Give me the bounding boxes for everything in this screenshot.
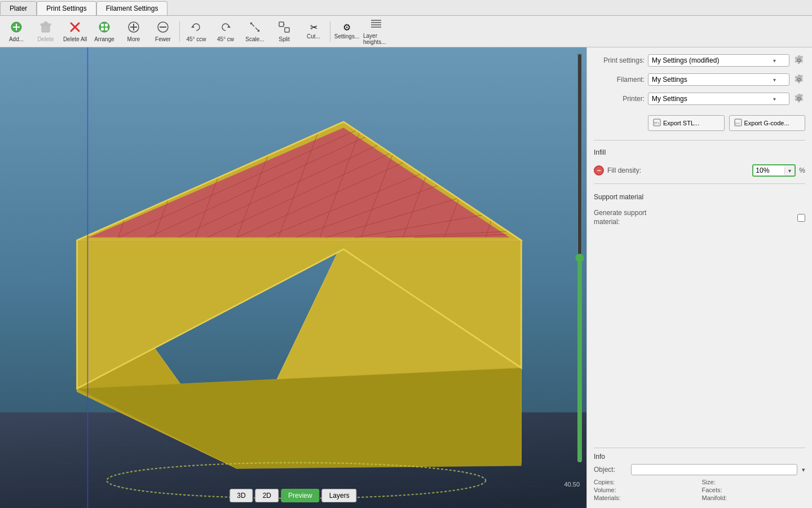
svg-rect-3 bbox=[42, 25, 50, 32]
delete-icon bbox=[39, 21, 52, 35]
infill-row: Fill density: ▾ % bbox=[594, 164, 805, 177]
export-gcode-icon: GCO bbox=[734, 119, 742, 128]
size-item: Size: bbox=[702, 479, 806, 485]
svg-rect-25 bbox=[285, 28, 289, 32]
svg-marker-18 bbox=[191, 25, 195, 28]
cut-button[interactable]: ✂ Cut... bbox=[299, 17, 328, 46]
size-key: Size: bbox=[702, 479, 716, 485]
layer-slider[interactable] bbox=[577, 53, 582, 463]
svg-text:STL: STL bbox=[654, 121, 659, 125]
delete-all-label: Delete All bbox=[63, 36, 87, 42]
copies-key: Copies: bbox=[594, 479, 615, 485]
export-gcode-button[interactable]: GCO Export G-code... bbox=[729, 115, 806, 131]
print-settings-gear-button[interactable] bbox=[793, 54, 805, 67]
export-stl-button[interactable]: STL Export STL... bbox=[648, 115, 725, 131]
view-2d-button[interactable]: 2D bbox=[255, 489, 279, 502]
generate-support-checkbox[interactable] bbox=[797, 214, 805, 222]
settings-label: Settings... bbox=[334, 33, 359, 40]
infill-section-title: Infill bbox=[594, 148, 805, 156]
viewport-svg bbox=[0, 47, 586, 508]
manifold-key: Manifold: bbox=[702, 494, 727, 501]
filament-gear-button[interactable] bbox=[793, 73, 805, 86]
more-icon bbox=[127, 21, 140, 35]
svg-rect-10 bbox=[105, 24, 108, 27]
scale-button[interactable]: Scale... bbox=[241, 17, 269, 46]
main-layout: 40.50 3D 2D Preview Layers Print setting… bbox=[0, 47, 812, 508]
divider-2 bbox=[594, 183, 805, 184]
print-settings-label: Print settings: bbox=[594, 56, 645, 64]
right-panel: Print settings: My Settings (modified)My… bbox=[586, 47, 812, 508]
printer-label: Printer: bbox=[594, 95, 645, 103]
object-select-arrow: ▾ bbox=[802, 466, 805, 474]
density-input-group: ▾ bbox=[752, 164, 796, 177]
more-label: More bbox=[127, 36, 140, 42]
svg-rect-9 bbox=[101, 24, 104, 27]
fill-density-label: Fill density: bbox=[607, 167, 749, 174]
fewer-icon bbox=[157, 21, 169, 35]
view-3d-button[interactable]: 3D bbox=[230, 489, 253, 502]
materials-key: Materials: bbox=[594, 494, 621, 501]
more-button[interactable]: More bbox=[120, 17, 148, 46]
svg-rect-24 bbox=[279, 22, 284, 27]
print-settings-select[interactable]: My Settings (modified)My Settings bbox=[648, 54, 789, 67]
cut-label: Cut... bbox=[307, 33, 320, 40]
density-unit: % bbox=[799, 167, 805, 174]
add-icon bbox=[10, 21, 23, 35]
svg-rect-5 bbox=[44, 22, 47, 24]
density-input[interactable] bbox=[753, 165, 784, 176]
svg-rect-12 bbox=[105, 28, 108, 30]
layer-heights-button[interactable]: Layer heights... bbox=[362, 17, 390, 46]
support-section-title: Support material bbox=[594, 193, 805, 201]
scale-label: Scale... bbox=[245, 36, 264, 42]
view-controls: 3D 2D Preview Layers bbox=[230, 489, 356, 502]
rotate-cw-label: 45° cw bbox=[217, 36, 234, 42]
printer-select-wrapper: My Settings ▾ bbox=[648, 93, 789, 105]
settings-button[interactable]: ⚙ Settings... bbox=[333, 17, 361, 46]
delete-button[interactable]: Delete bbox=[32, 17, 60, 46]
add-button[interactable]: Add... bbox=[2, 17, 30, 46]
view-layers-button[interactable]: Layers bbox=[322, 489, 357, 502]
object-select[interactable] bbox=[631, 464, 797, 475]
toolbar: Add... Delete Delete All Arrange More Fe… bbox=[0, 16, 812, 47]
rotate-cw-button[interactable]: 45° cw bbox=[211, 17, 240, 46]
printer-row: Printer: My Settings ▾ bbox=[594, 93, 805, 105]
arrange-label: Arrange bbox=[94, 36, 114, 42]
rotate-ccw-button[interactable]: 45° ccw bbox=[182, 17, 210, 46]
facets-item: Facets: bbox=[702, 487, 806, 493]
add-label: Add... bbox=[9, 36, 24, 42]
settings-icon: ⚙ bbox=[343, 23, 351, 32]
filament-row: Filament: My Settings ▾ bbox=[594, 73, 805, 86]
generate-support-label: Generate supportmaterial: bbox=[594, 209, 794, 226]
density-stepper-button[interactable]: ▾ bbox=[784, 168, 795, 174]
rotate-ccw-label: 45° ccw bbox=[186, 36, 206, 42]
split-icon bbox=[278, 21, 290, 35]
printer-gear-button[interactable] bbox=[793, 93, 805, 105]
print-settings-select-wrapper: My Settings (modified)My Settings ▾ bbox=[648, 54, 789, 67]
svg-point-8 bbox=[99, 22, 109, 32]
export-gcode-label: Export G-code... bbox=[744, 120, 789, 126]
svg-rect-11 bbox=[101, 28, 104, 30]
title-bar: Plater Print Settings Filament Settings bbox=[0, 0, 812, 16]
viewport[interactable]: 40.50 3D 2D Preview Layers bbox=[0, 47, 586, 508]
fewer-button[interactable]: Fewer bbox=[149, 17, 177, 46]
copies-item: Copies: bbox=[594, 479, 698, 485]
delete-all-icon bbox=[69, 21, 81, 35]
spacer bbox=[594, 231, 805, 443]
support-row: Generate supportmaterial: bbox=[594, 209, 805, 226]
split-button[interactable]: Split bbox=[270, 17, 298, 46]
layer-value-label: 40.50 bbox=[564, 481, 580, 488]
export-stl-label: Export STL... bbox=[663, 120, 699, 126]
filament-select-wrapper: My Settings ▾ bbox=[648, 73, 789, 86]
svg-marker-19 bbox=[227, 25, 231, 28]
tab-filament-settings[interactable]: Filament Settings bbox=[96, 1, 168, 15]
fewer-label: Fewer bbox=[155, 36, 171, 42]
tab-plater[interactable]: Plater bbox=[0, 1, 37, 15]
filament-select[interactable]: My Settings bbox=[648, 73, 789, 86]
tab-print-settings[interactable]: Print Settings bbox=[37, 1, 96, 15]
view-preview-button[interactable]: Preview bbox=[281, 489, 320, 502]
arrange-button[interactable]: Arrange bbox=[90, 17, 118, 46]
separator-2 bbox=[330, 21, 330, 42]
delete-all-button[interactable]: Delete All bbox=[61, 17, 89, 46]
printer-select[interactable]: My Settings bbox=[648, 93, 789, 105]
cut-icon: ✂ bbox=[310, 23, 317, 32]
